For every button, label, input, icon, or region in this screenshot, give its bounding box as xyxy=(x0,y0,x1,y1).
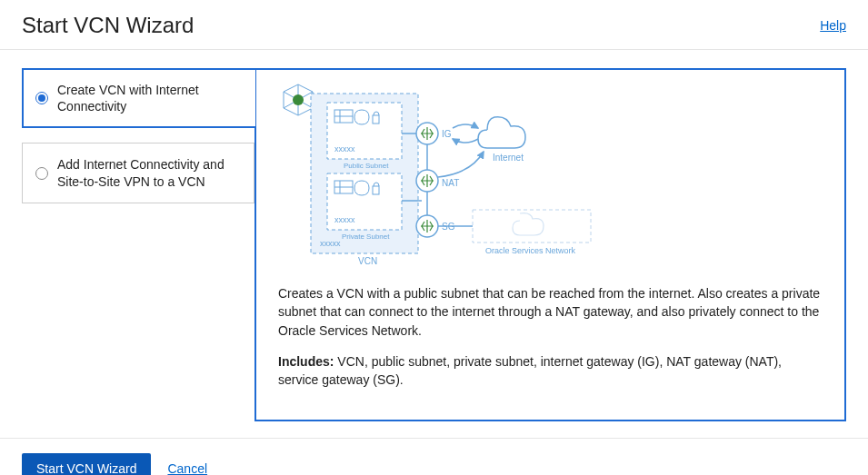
option-label: Create VCN with Internet Connectivity xyxy=(57,82,244,114)
option-label: Add Internet Connectivity and Site-to-Si… xyxy=(57,156,241,189)
internet-cloud-icon xyxy=(478,117,525,148)
vcn-label: VCN xyxy=(358,256,377,266)
option-detail-panel: xxxxx VCN xxxxx Public Subnet xxxxx Priv… xyxy=(254,68,846,421)
public-subnet-placeholder: xxxxx xyxy=(334,144,355,153)
nat-label: NAT xyxy=(442,178,459,188)
osn-box xyxy=(473,210,591,242)
footer: Start VCN Wizard Cancel xyxy=(0,438,868,475)
start-wizard-button[interactable]: Start VCN Wizard xyxy=(22,453,151,475)
page-title: Start VCN Wizard xyxy=(22,13,194,38)
radio-icon xyxy=(35,167,48,180)
option-create-vcn-internet[interactable]: Create VCN with Internet Connectivity xyxy=(22,68,255,128)
public-subnet-label: Public Subnet xyxy=(344,162,389,170)
cancel-link[interactable]: Cancel xyxy=(167,461,207,475)
private-subnet-placeholder: xxxxx xyxy=(334,215,355,224)
main-content: Create VCN with Internet Connectivity Ad… xyxy=(0,68,868,421)
option-add-connectivity-vpn[interactable]: Add Internet Connectivity and Site-to-Si… xyxy=(22,143,254,203)
radio-icon xyxy=(35,92,48,104)
detail-description: Creates a VCN with a public subnet that … xyxy=(278,284,823,340)
private-subnet-label: Private Subnet xyxy=(342,233,390,241)
ig-label: IG xyxy=(442,129,452,139)
header-divider xyxy=(0,49,868,50)
vcn-emblem-icon xyxy=(284,84,313,115)
internet-label: Internet xyxy=(493,153,524,163)
osn-label: Oracle Services Network xyxy=(485,246,576,255)
wizard-option-list: Create VCN with Internet Connectivity Ad… xyxy=(22,68,254,421)
includes-label: Includes: xyxy=(278,354,334,369)
help-link[interactable]: Help xyxy=(820,18,846,33)
detail-includes: Includes: VCN, public subnet, private su… xyxy=(278,352,823,390)
vcn-diagram: xxxxx VCN xxxxx Public Subnet xxxxx Priv… xyxy=(278,83,605,273)
includes-text: VCN, public subnet, private subnet, inte… xyxy=(278,354,782,387)
vcn-placeholder-text: xxxxx xyxy=(320,239,341,248)
svg-point-4 xyxy=(293,94,304,105)
header: Start VCN Wizard Help xyxy=(0,0,868,49)
